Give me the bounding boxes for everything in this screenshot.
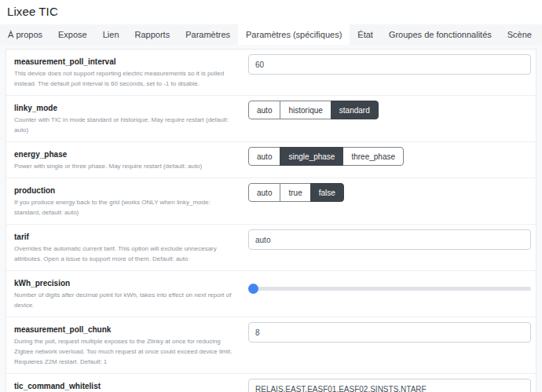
setting-row-measurement-poll-chunk: measurement_poll_chunk During the poll, … [6,317,536,373]
setting-description: If you produce energy back to the grid (… [14,197,233,218]
tab-etat[interactable]: État [350,24,381,46]
setting-description: During the poll, request multiple expose… [14,336,233,367]
measurement-poll-chunk-input[interactable] [248,322,531,343]
setting-description: This device does not support reporting e… [14,68,233,89]
production-button-group: auto true false [248,183,344,202]
tic-command-whitelist-input[interactable] [248,379,531,392]
setting-description: Power with single or three phase. May re… [14,161,233,171]
setting-row-energy-phase: energy_phase Power with single or three … [6,141,536,178]
linky-mode-option-standard[interactable]: standard [331,101,379,119]
energy-phase-option-single-phase[interactable]: single_phase [280,147,343,166]
tab-expose[interactable]: Expose [50,24,95,46]
setting-name: tic_command_whitelist [14,380,233,392]
setting-description: Counter with TIC in mode standard or his… [14,115,233,135]
kwh-precision-slider[interactable] [248,283,531,294]
page-title: Lixee TIC [0,0,542,18]
setting-name: measurement_poll_interval [14,56,233,68]
slider-track[interactable] [248,287,531,291]
tab-groupes-de-fonctionnalites[interactable]: Groupes de fonctionnalités [381,24,500,46]
setting-row-kwh-precision: kWh_precision Number of digits after dec… [6,270,536,317]
setting-row-tic-command-whitelist: tic_command_whitelist List of TIC comman… [6,373,536,392]
tab-lien[interactable]: Lien [95,24,127,46]
energy-phase-option-auto[interactable]: auto [248,147,280,166]
slider-thumb[interactable] [248,284,258,294]
production-option-false[interactable]: false [310,183,344,202]
energy-phase-option-three-phase[interactable]: three_phase [342,147,404,166]
measurement-poll-interval-input[interactable] [248,54,531,75]
setting-row-production: production If you produce energy back to… [6,178,536,224]
device-tabbar: À propos Expose Lien Rapports Paramètres… [0,24,542,46]
linky-mode-button-group: auto historique standard [248,101,379,119]
linky-mode-option-historique[interactable]: historique [280,101,331,119]
tab-rapports[interactable]: Rapports [127,24,178,46]
setting-name: tarif [14,231,233,243]
tab-scene[interactable]: Scène [500,24,540,46]
production-option-auto[interactable]: auto [248,183,280,202]
setting-name: linky_mode [14,102,233,114]
setting-description: Number of digits after decimal point for… [14,290,233,310]
tab-parametres[interactable]: Paramètres [178,24,238,46]
tab-parametres-specifiques[interactable]: Paramètres (spécifiques) [238,24,350,46]
setting-row-measurement-poll-interval: measurement_poll_interval This device do… [6,49,536,95]
setting-name: measurement_poll_chunk [14,324,233,335]
setting-name: kWh_precision [14,277,233,289]
setting-name: production [14,185,233,196]
setting-row-tarif: tarif Overrides the automatic current ta… [6,224,536,270]
production-option-true[interactable]: true [280,183,310,202]
setting-name: energy_phase [14,148,233,160]
settings-card: measurement_poll_interval This device do… [5,49,537,392]
tab-a-propos[interactable]: À propos [0,24,50,46]
energy-phase-button-group: auto single_phase three_phase [248,147,404,166]
device-settings-page: Lixee TIC À propos Expose Lien Rapports … [0,0,542,392]
tarif-input[interactable] [248,229,531,250]
setting-row-linky-mode: linky_mode Counter with TIC in mode stan… [6,95,536,141]
linky-mode-option-auto[interactable]: auto [248,101,280,119]
setting-description: Overrides the automatic current tarif. T… [14,244,233,264]
content-background: measurement_poll_interval This device do… [0,45,542,392]
